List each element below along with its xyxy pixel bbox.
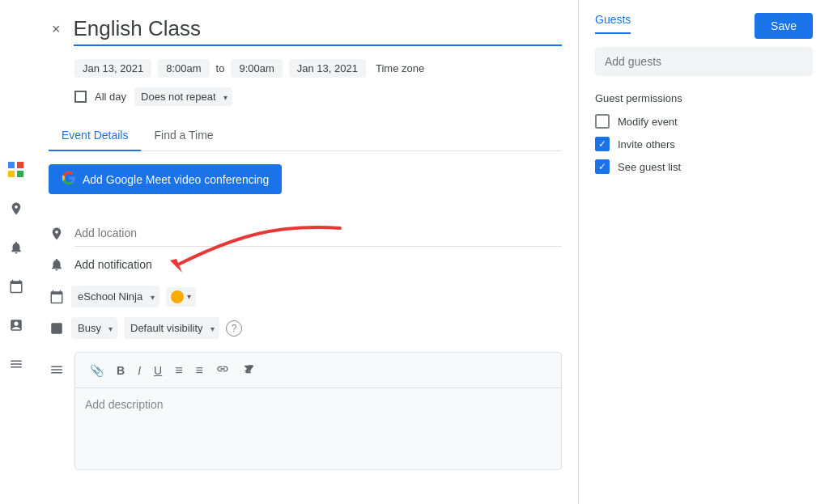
see-guest-list-checkbox[interactable] [595, 159, 610, 174]
visibility-dropdown-wrapper: Default visibility [124, 317, 219, 339]
tab-event-details[interactable]: Event Details [49, 122, 141, 151]
permission-modify-event: Modify event [595, 114, 813, 129]
calendar-row: eSchool Ninja ▾ [49, 286, 562, 307]
description-editor: 📎 B I U ≡ ≡ [74, 352, 562, 470]
calendar-icon [8, 278, 24, 294]
description-section: 📎 B I U ≡ ≡ [49, 352, 562, 470]
meet-button-label: Add Google Meet video conferencing [83, 173, 269, 186]
timezone-link[interactable]: Time zone [376, 62, 424, 74]
color-picker-button[interactable]: ▾ [166, 287, 196, 307]
svg-rect-2 [8, 171, 15, 177]
remove-format-button[interactable] [237, 359, 260, 381]
description-textarea[interactable]: Add description [75, 388, 561, 469]
location-input[interactable] [74, 220, 562, 247]
notification-row: Add notification [49, 256, 562, 273]
datetime-row: Jan 13, 2021 8:00am to 9:00am Jan 13, 20… [74, 59, 562, 78]
invite-others-checkbox[interactable] [595, 137, 610, 151]
meet-row: Add Google Meet video conferencing [49, 164, 562, 207]
color-dropdown-arrow: ▾ [187, 292, 191, 301]
calendar-small-icon [49, 289, 65, 305]
svg-rect-1 [17, 162, 23, 168]
add-meet-button[interactable]: Add Google Meet video conferencing [49, 164, 282, 194]
busy-dropdown[interactable]: Busy [71, 317, 117, 339]
allday-label: All day [95, 91, 126, 103]
main-content: × Save Save Jan 13, 2021 8:00am to 9:00a… [32, 0, 578, 504]
modify-event-label: Modify event [618, 116, 678, 128]
attachment-button[interactable]: 📎 [85, 361, 108, 380]
to-label: to [216, 62, 225, 74]
menu-icon [8, 356, 24, 372]
status-icon [49, 320, 65, 337]
status-row: Busy Default visibility ? [49, 317, 562, 339]
repeat-dropdown[interactable]: Does not repeat [134, 87, 232, 106]
svg-marker-4 [170, 259, 182, 273]
visibility-dropdown[interactable]: Default visibility [124, 317, 219, 339]
event-title-input[interactable] [74, 13, 562, 46]
calendar-dropdown-wrapper: eSchool Ninja [71, 286, 159, 307]
link-button[interactable] [211, 359, 234, 381]
invite-others-label: Invite others [618, 138, 675, 150]
italic-button[interactable]: I [133, 361, 146, 380]
event-color-circle [171, 290, 184, 303]
allday-row: All day Does not repeat [74, 87, 562, 106]
bold-button[interactable]: B [112, 361, 130, 380]
location-pin-icon [49, 226, 65, 242]
close-button[interactable]: × [49, 18, 64, 41]
guests-panel: Guests Guest permissions Modify event In… [578, 0, 829, 504]
tabs: Event Details Find a Time [49, 122, 562, 151]
guests-title: Guests [595, 13, 631, 34]
location-icon [8, 201, 24, 217]
google-icon [62, 171, 76, 188]
editor-toolbar: 📎 B I U ≡ ≡ [75, 353, 561, 388]
details-left: Add Google Meet video conferencing [49, 164, 562, 470]
tab-find-time[interactable]: Find a Time [141, 122, 226, 151]
permission-see-guest-list: See guest list [595, 159, 813, 174]
see-guest-list-label: See guest list [618, 161, 681, 173]
start-time[interactable]: 8:00am [158, 59, 209, 78]
calendar-dropdown[interactable]: eSchool Ninja [71, 286, 159, 307]
svg-rect-3 [17, 171, 23, 177]
end-time[interactable]: 9:00am [231, 59, 282, 78]
sidebar-icons [0, 0, 32, 504]
start-date[interactable]: Jan 13, 2021 [74, 59, 151, 78]
busy-dropdown-wrapper: Busy [71, 317, 117, 339]
description-icon [49, 362, 65, 378]
svg-rect-0 [8, 162, 15, 168]
end-date[interactable]: Jan 13, 2021 [289, 59, 366, 78]
google-apps-icon[interactable] [8, 162, 24, 178]
allday-checkbox[interactable] [74, 91, 87, 103]
bell-icon [8, 239, 24, 256]
location-row [49, 220, 562, 247]
permission-invite-others: Invite others [595, 137, 813, 151]
event-details-section: Add Google Meet video conferencing [49, 164, 562, 470]
unordered-list-button[interactable]: ≡ [190, 360, 207, 381]
header: × Save [49, 13, 562, 46]
add-notification-label[interactable]: Add notification [74, 258, 152, 271]
repeat-dropdown-wrapper: Does not repeat [134, 87, 232, 106]
modify-event-checkbox[interactable] [595, 114, 610, 129]
underline-button[interactable]: U [149, 361, 167, 380]
bell-notification-icon [49, 256, 65, 273]
guest-permissions-label: Guest permissions [595, 92, 813, 104]
help-icon[interactable]: ? [226, 320, 242, 337]
visibility-icon [8, 317, 24, 333]
ordered-list-button[interactable]: ≡ [170, 360, 187, 381]
add-guests-input[interactable] [595, 47, 813, 76]
